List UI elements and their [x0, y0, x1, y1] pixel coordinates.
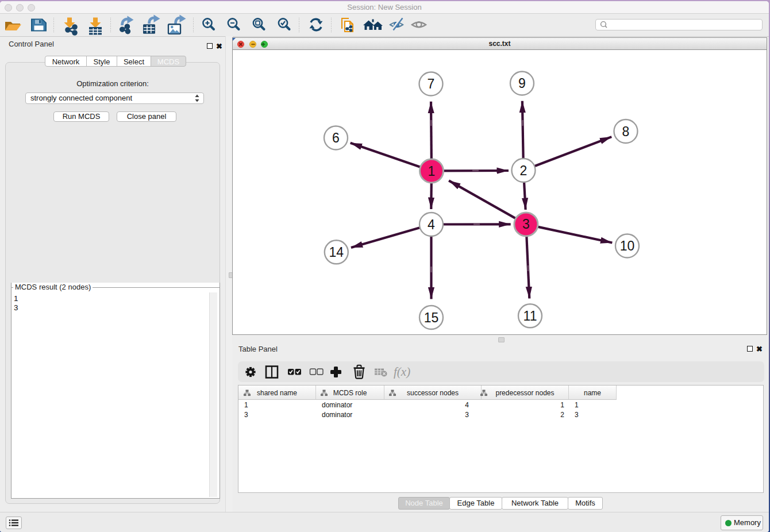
svg-text:8: 8	[622, 124, 630, 139]
svg-text:1: 1	[428, 164, 436, 179]
svg-text:3: 3	[522, 217, 530, 232]
svg-text:2: 2	[520, 163, 528, 178]
svg-text:14: 14	[329, 245, 344, 260]
svg-text:11: 11	[523, 309, 537, 323]
svg-text:6: 6	[332, 130, 340, 145]
svg-text:9: 9	[518, 76, 526, 91]
svg-text:7: 7	[428, 76, 435, 91]
svg-text:f(x): f(x)	[394, 365, 410, 379]
svg-text:15: 15	[424, 310, 439, 325]
svg-text:10: 10	[620, 238, 635, 253]
svg-text:4: 4	[428, 217, 435, 232]
